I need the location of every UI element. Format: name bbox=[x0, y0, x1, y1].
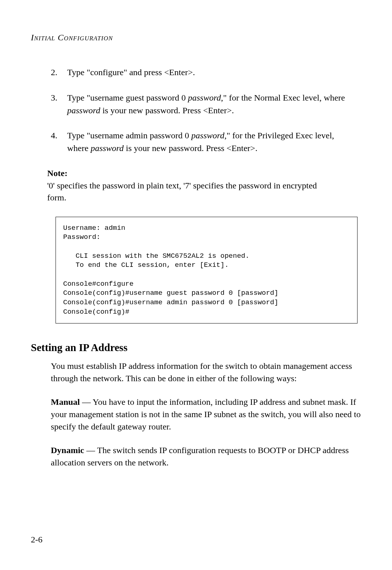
steps-list: 2.Type "configure" and press <Enter>.3.T… bbox=[31, 66, 361, 155]
paragraph: Manual — You have to input the informati… bbox=[31, 396, 361, 433]
section-heading: Setting an IP Address bbox=[31, 342, 361, 354]
list-number: 2. bbox=[51, 66, 67, 79]
list-item: 2.Type "configure" and press <Enter>. bbox=[51, 66, 358, 79]
note-label: Note: bbox=[47, 167, 73, 180]
note-text: '0' specifies the password in plain text… bbox=[47, 180, 334, 204]
list-text: Type "username admin password 0 password… bbox=[67, 129, 358, 155]
paragraph: You must establish IP address informatio… bbox=[31, 360, 361, 384]
list-text: Type "configure" and press <Enter>. bbox=[67, 66, 358, 79]
list-number: 4. bbox=[51, 129, 67, 155]
paragraph: Dynamic — The switch sends IP configurat… bbox=[31, 444, 361, 469]
code-box: Username: admin Password: CLI session wi… bbox=[56, 217, 358, 323]
list-number: 3. bbox=[51, 91, 67, 117]
list-text: Type "username guest password 0 password… bbox=[67, 91, 358, 117]
page-header: Initial Configuration bbox=[31, 33, 361, 42]
page-number: 2-6 bbox=[31, 535, 42, 545]
list-item: 4.Type "username admin password 0 passwo… bbox=[51, 129, 358, 155]
list-item: 3.Type "username guest password 0 passwo… bbox=[51, 91, 358, 117]
note-block: Note: '0' specifies the password in plai… bbox=[47, 167, 361, 204]
